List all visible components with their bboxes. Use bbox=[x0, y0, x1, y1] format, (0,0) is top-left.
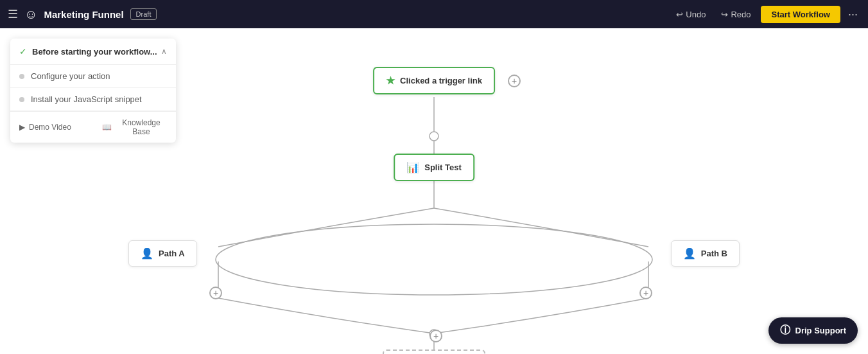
page-title: Marketing Funnel bbox=[44, 9, 123, 20]
configure-label: Configure your action bbox=[31, 71, 110, 81]
add-after-trigger-button[interactable]: + bbox=[508, 75, 521, 87]
svg-point-3 bbox=[216, 224, 652, 295]
check-icon: ✓ bbox=[19, 46, 27, 57]
add-after-merge-button[interactable]: + bbox=[430, 330, 442, 342]
svg-point-1 bbox=[430, 132, 438, 141]
define-action-node[interactable]: Define an action... bbox=[383, 350, 485, 354]
undo-button[interactable]: ↩ Undo bbox=[671, 7, 711, 22]
add-after-path-a-button[interactable]: + bbox=[209, 287, 222, 299]
path-b-label: Path B bbox=[701, 249, 727, 258]
split-test-label: Split Test bbox=[424, 163, 462, 172]
redo-button[interactable]: ↪ Redo bbox=[716, 7, 756, 22]
path-b-node[interactable]: 👤 Path B bbox=[671, 240, 740, 267]
demo-video-button[interactable]: ▶ Demo Video bbox=[10, 112, 93, 143]
trigger-label: Clicked a trigger link bbox=[400, 76, 482, 85]
configure-dot-icon bbox=[19, 74, 24, 79]
checklist-item-install[interactable]: Install your JavaScript snippet bbox=[10, 88, 176, 111]
demo-video-label: Demo Video bbox=[29, 123, 71, 132]
bar-chart-icon: 📊 bbox=[406, 161, 419, 173]
checklist-panel: ✓ Before starting your workflow... ∧ Con… bbox=[10, 39, 176, 143]
book-icon: 📖 bbox=[102, 123, 112, 132]
knowledge-base-label: Knowledge Base bbox=[116, 118, 167, 136]
support-icon: ⓘ bbox=[780, 324, 790, 337]
trigger-star-icon: ★ bbox=[386, 75, 395, 87]
person-a-icon: 👤 bbox=[141, 247, 153, 260]
drip-support-button[interactable]: ⓘ Drip Support bbox=[768, 317, 858, 344]
header-right: ↩ Undo ↪ Redo Start Workflow ··· bbox=[671, 5, 860, 24]
checklist-item-configure[interactable]: Configure your action bbox=[10, 65, 176, 88]
app-logo: ☺ bbox=[24, 7, 37, 22]
start-workflow-button[interactable]: Start Workflow bbox=[761, 6, 840, 23]
support-label: Drip Support bbox=[795, 326, 846, 335]
checklist-title: Before starting your workflow... bbox=[32, 47, 157, 57]
collapse-chevron-icon[interactable]: ∧ bbox=[161, 47, 167, 56]
install-dot-icon bbox=[19, 97, 24, 102]
checklist-header-left: ✓ Before starting your workflow... bbox=[19, 46, 157, 57]
more-options-button[interactable]: ··· bbox=[846, 5, 860, 24]
path-a-label: Path A bbox=[159, 249, 185, 258]
redo-icon: ↪ bbox=[721, 10, 728, 19]
install-label: Install your JavaScript snippet bbox=[31, 94, 142, 104]
split-test-node[interactable]: 📊 Split Test bbox=[394, 154, 474, 181]
hamburger-icon: ☰ bbox=[8, 8, 18, 21]
redo-label: Redo bbox=[731, 10, 751, 19]
sidebar-footer: ▶ Demo Video 📖 Knowledge Base bbox=[10, 111, 176, 143]
header-left: ☰ ☺ Marketing Funnel Draft bbox=[8, 7, 663, 22]
path-a-node[interactable]: 👤 Path A bbox=[128, 240, 197, 267]
hamburger-button[interactable]: ☰ bbox=[8, 7, 18, 21]
app-header: ☰ ☺ Marketing Funnel Draft ↩ Undo ↪ Redo… bbox=[0, 0, 868, 28]
add-after-path-b-button[interactable]: + bbox=[639, 287, 652, 299]
checklist-header: ✓ Before starting your workflow... ∧ bbox=[10, 39, 176, 65]
knowledge-base-button[interactable]: 📖 Knowledge Base bbox=[93, 112, 176, 143]
person-b-icon: 👤 bbox=[683, 247, 696, 260]
draft-badge: Draft bbox=[130, 8, 157, 20]
trigger-node[interactable]: ★ Clicked a trigger link bbox=[373, 67, 495, 94]
video-icon: ▶ bbox=[19, 123, 25, 132]
undo-icon: ↩ bbox=[676, 10, 683, 19]
undo-label: Undo bbox=[686, 10, 706, 19]
main-area: ★ Clicked a trigger link + 📊 Split Test … bbox=[0, 28, 868, 354]
